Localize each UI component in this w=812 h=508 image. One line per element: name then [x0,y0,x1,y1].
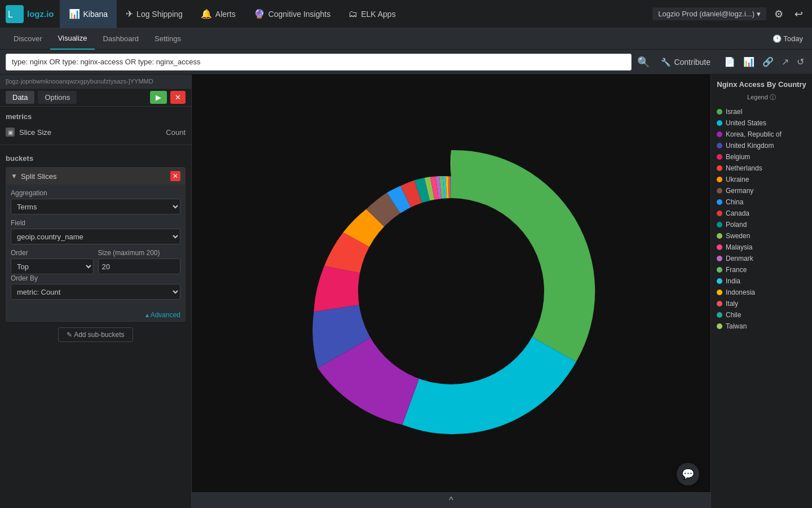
legend-item[interactable]: Belgium [717,151,806,163]
legend-label: Italy [726,300,738,308]
legend-item[interactable]: Canada [717,208,806,219]
legend-item[interactable]: Ukraine [717,174,806,185]
legend-item[interactable]: India [717,275,806,287]
toolbar-icon-2[interactable]: 📊 [741,54,757,69]
today-button[interactable]: 🕐 Today [769,31,806,46]
help-button[interactable]: 💬 [677,463,699,485]
settings-button[interactable]: ⚙ [771,5,787,24]
legend-label: China [726,198,743,206]
legend-item[interactable]: Sweden [717,230,806,242]
log-shipping-icon: ✈ [126,8,133,19]
legend-label: Israel [726,108,742,116]
legend-sub[interactable]: Legend ⓘ [717,93,806,102]
legend-item[interactable]: Indonesia [717,287,806,298]
brand-name: logz.io [27,9,54,19]
order-size-row: Order Top Bottom Size (maximum 200) [11,249,180,274]
toolbar-icon-1[interactable]: 📄 [722,54,738,69]
legend-panel: Nginx Access By Country Legend ⓘ Israel … [710,75,812,508]
legend-dot [717,267,722,273]
legend-item[interactable]: Italy [717,298,806,309]
nav-visualize[interactable]: Visualize [50,28,95,50]
back-button[interactable]: ↩ [791,5,806,24]
metric-slice-size: ▣ Slice Size Count [6,125,186,139]
nav-settings[interactable]: Settings [147,28,189,50]
legend-dot [717,301,722,306]
legend-item[interactable]: Israel [717,106,806,117]
metric-value: Count [166,128,186,137]
elk-icon: 🗂 [348,9,358,19]
bucket-delete-button[interactable]: ✕ [170,171,180,181]
bucket-body: Aggregation Terms Significant Terms Filt… [6,185,185,309]
tab-options[interactable]: Options [38,91,77,104]
order-by-select[interactable]: metric: Count [11,284,180,300]
legend-item[interactable]: United States [717,117,806,129]
legend-dot [717,199,722,205]
close-panel-button[interactable]: ✕ [170,91,186,104]
order-select[interactable]: Top Bottom [11,259,94,274]
legend-label: Sweden [726,232,750,240]
alerts-icon: 🔔 [201,8,212,19]
top-nav-items: 📊 Kibana ✈ Log Shipping 🔔 Alerts 🔮 Cogni… [60,0,653,28]
nav-right-icons: 🕐 Today [769,31,806,46]
search-bar: 🔍 🔧 Contribute 📄 📊 🔗 ↗ ↺ [0,50,812,75]
legend-label: Belgium [726,153,750,161]
legend-item[interactable]: Denmark [717,253,806,264]
legend-dot [717,120,722,126]
donut-chart [282,122,620,461]
legend-item[interactable]: Netherlands [717,163,806,174]
chevron-down-icon: ▾ [757,10,761,18]
contribute-button[interactable]: 🔧 Contribute [655,54,716,70]
nav-item-kibana[interactable]: 📊 Kibana [60,0,117,28]
legend-title: Nginx Access By Country [717,80,806,89]
add-subbucket-button[interactable]: ✎ Add sub-buckets [58,327,133,342]
legend-item[interactable]: France [717,264,806,275]
field-group: Field geoip.country_name [11,219,180,244]
second-nav: Discover Visualize Dashboard Settings 🕐 … [0,28,812,50]
legend-dot [717,278,722,284]
bottom-chevron-icon[interactable]: ^ [449,496,453,506]
legend-item[interactable]: Taiwan [717,321,806,332]
bucket-header-label: Split Slices [21,172,167,181]
field-select[interactable]: geoip.country_name [11,229,180,244]
legend-item[interactable]: China [717,196,806,208]
toolbar-refresh[interactable]: ↺ [795,54,806,69]
legend-item[interactable]: Germany [717,185,806,196]
size-label: Size (maximum 200) [98,249,181,257]
legend-dot [717,290,722,295]
run-button[interactable]: ▶ [150,91,167,104]
tab-data[interactable]: Data [6,91,34,104]
left-panel: [logz-jopnbwmknooanqwzxgpybunufztysazs-]… [0,75,192,508]
legend-item[interactable]: Korea, Republic of [717,129,806,140]
logo[interactable]: L logz.io [6,5,54,23]
legend-dot [717,222,722,227]
nav-item-cognitive[interactable]: 🔮 Cognitive Insights [245,0,340,28]
nav-item-log-shipping[interactable]: ✈ Log Shipping [117,0,192,28]
legend-item[interactable]: United Kingdom [717,140,806,151]
legend-item[interactable]: Chile [717,309,806,321]
search-input[interactable] [6,54,632,71]
aggregation-select[interactable]: Terms Significant Terms Filters Range Da… [11,199,180,214]
top-nav: L logz.io 📊 Kibana ✈ Log Shipping 🔔 Aler… [0,0,812,28]
toolbar-icon-3[interactable]: 🔗 [760,54,776,69]
legend-dot [717,244,722,250]
size-input[interactable] [98,259,181,274]
legend-item[interactable]: Malaysia [717,242,806,253]
search-button[interactable]: 🔍 [637,56,650,68]
legend-dot [717,132,722,137]
nav-item-elk[interactable]: 🗂 ELK Apps [339,0,405,28]
buckets-title: buckets [0,150,191,163]
user-menu[interactable]: Logzio Prod (daniel@logz.i...) ▾ [652,7,766,20]
legend-label: United Kingdom [726,142,774,150]
logo-icon: L [6,5,24,23]
legend-item[interactable]: Poland [717,219,806,230]
order-label: Order [11,249,94,257]
legend-dot [717,211,722,216]
nav-dashboard[interactable]: Dashboard [95,28,147,50]
bucket-toggle-icon: ▼ [11,172,17,180]
panel-tab-actions: ▶ ✕ [150,91,186,104]
nav-discover[interactable]: Discover [6,28,50,50]
toolbar-icon-4[interactable]: ↗ [779,54,791,69]
advanced-link[interactable]: ▴ Advanced [6,309,185,321]
nav-item-alerts[interactable]: 🔔 Alerts [192,0,245,28]
panel-tabs: Data Options ▶ ✕ [0,89,191,107]
